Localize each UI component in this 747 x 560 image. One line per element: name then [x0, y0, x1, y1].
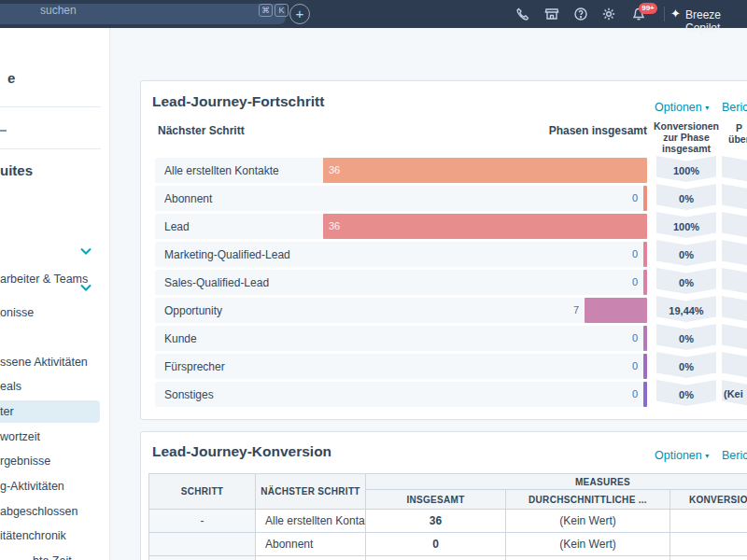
cell-naechster-schritt: Alle erstellten Kontak... — [256, 510, 366, 533]
conversion-percent: 0% — [679, 357, 694, 372]
funnel-stage-value: 0 — [632, 276, 638, 287]
conversion-badge: 0% — [656, 352, 716, 378]
funnel-row-opportunity: Opportunity7 — [155, 298, 647, 323]
conversion-options-button[interactable]: Optionen ▾ — [655, 449, 709, 462]
funnel-secondary-value-fragment: (Kei — [724, 388, 743, 399]
funnel-options-button[interactable]: Optionen ▾ — [655, 101, 709, 114]
sidebar-item-onisse[interactable]: onisse — [0, 306, 34, 319]
sidebar-item-it-tenchronik[interactable]: itätenchronik — [0, 529, 66, 542]
funnel-row-f-rsprecher: Fürsprecher0 — [155, 354, 647, 379]
funnel-row-abonnent: Abonnent0 — [155, 186, 647, 211]
funnel-stage-value: 36 — [329, 164, 340, 175]
sidebar-selected-highlight[interactable] — [0, 400, 100, 423]
funnel-stage-label: Opportunity — [164, 304, 222, 317]
sidebar-divider — [0, 148, 101, 149]
chevron-down-icon: ▾ — [705, 452, 709, 460]
conversion-percent: 0% — [679, 245, 694, 260]
funnel-card-title: Lead-Journey-Fortschritt — [152, 93, 324, 110]
conversion-percent: 0% — [679, 273, 694, 288]
collapsed-item-fragment — [0, 130, 7, 132]
table-row: -Alle erstellten Kontak...36(Kein Wert) — [149, 510, 747, 533]
sidebar-item-arbeiter-teams[interactable]: arbeiter & Teams — [0, 273, 88, 286]
funnel-stage-value: 0 — [632, 192, 638, 203]
funnel-bar[interactable] — [585, 298, 647, 323]
sidebar-item-eals[interactable]: eals — [0, 380, 21, 393]
sidebar-subheading-fragment: uites — [0, 162, 33, 178]
funnel-bar[interactable] — [643, 242, 647, 267]
cell-konversion — [670, 533, 747, 556]
conversion-percent: 19,44% — [669, 301, 703, 316]
conversion-percent: 0% — [679, 329, 694, 344]
funnel-stage-label: Sales-Qualified-Lead — [164, 276, 269, 289]
sidebar-item-ter[interactable]: ter — [0, 405, 14, 418]
table-row — [149, 556, 747, 560]
funnel-stage-label: Abonnent — [164, 192, 212, 205]
conversion-badge: 19,44% — [656, 296, 716, 322]
secondary-conversion-badge — [722, 324, 747, 350]
help-icon[interactable] — [573, 7, 588, 21]
funnel-stage-value: 36 — [329, 220, 340, 231]
col-header-konversion[interactable]: KONVERSION I — [670, 490, 747, 510]
funnel-bar[interactable] — [643, 270, 647, 295]
secondary-conversion-badge — [722, 212, 747, 238]
col-header-insgesamt[interactable]: INSGESAMT — [366, 490, 506, 510]
funnel-bar[interactable] — [643, 382, 647, 407]
phone-icon[interactable] — [515, 7, 530, 21]
funnel-row-sales-qualified-lead: Sales-Qualified-Lead0 — [155, 270, 647, 295]
funnel-row-sonstiges: Sonstiges0 — [155, 382, 647, 407]
funnel-stage-label: Alle erstellten Kontakte — [164, 164, 279, 177]
create-button[interactable]: + — [289, 4, 310, 24]
conversion-percent: 0% — [679, 189, 694, 204]
sidebar-item-hte-zeit[interactable]: hte Zeit — [33, 554, 72, 560]
funnel-stage-value: 0 — [632, 248, 638, 259]
conversion-badge: 0% — [656, 240, 716, 266]
funnel-col-next-step: Nächster Schritt — [158, 124, 245, 137]
cell-insgesamt-link — [366, 556, 506, 560]
conversion-report-link[interactable]: Berich — [722, 449, 747, 462]
funnel-bar[interactable] — [323, 158, 647, 183]
chevron-down-icon[interactable] — [80, 242, 92, 249]
conversion-badge: 0% — [656, 268, 716, 294]
funnel-stage-value: 0 — [632, 388, 638, 399]
cell-insgesamt-link[interactable]: 0 — [366, 533, 506, 556]
topbar-divider — [664, 7, 665, 21]
sidebar-item-rgebnisse[interactable]: rgebnisse — [0, 455, 50, 468]
funnel-stage-value: 0 — [632, 360, 638, 371]
funnel-report-link[interactable]: Berich — [722, 101, 747, 114]
funnel-col-total: Phasen insgesamt — [533, 124, 647, 137]
conversion-badge: 0% — [656, 184, 716, 210]
funnel-bar[interactable] — [323, 214, 647, 239]
sidebar-item-g-aktivit-ten[interactable]: g-Aktivitäten — [0, 480, 64, 493]
funnel-bar[interactable] — [643, 354, 647, 379]
col-header-schritt[interactable]: SCHRITT — [149, 474, 256, 510]
notification-count-badge[interactable]: 99+ — [639, 3, 657, 14]
conversion-percent: 100% — [673, 217, 699, 232]
funnel-stage-value: 0 — [632, 332, 638, 343]
conversion-table: SCHRITT NÄCHSTER SCHRITT MEASURES INSGES… — [148, 473, 747, 560]
conversion-badge: 0% — [656, 380, 716, 406]
funnel-col-last-fragment: über — [728, 133, 747, 145]
marketplace-icon[interactable] — [544, 7, 559, 21]
funnel-bar[interactable] — [643, 186, 647, 211]
cell-insgesamt-link[interactable]: 36 — [366, 510, 506, 533]
cell-naechster-schritt — [256, 556, 366, 560]
conversion-badge: 0% — [656, 324, 716, 350]
table-row: Abonnent0(Kein Wert) — [149, 533, 747, 556]
col-header-naechster-schritt[interactable]: NÄCHSTER SCHRITT — [256, 474, 366, 510]
sidebar-item-ssene-aktivit-ten[interactable]: ssene Aktivitäten — [0, 356, 88, 369]
settings-icon[interactable] — [601, 7, 616, 21]
chevron-down-icon[interactable] — [80, 278, 92, 286]
col-group-measures: MEASURES — [366, 474, 747, 490]
lead-journey-progress-card: Lead-Journey-Fortschritt Optionen ▾ Beri… — [140, 80, 747, 420]
sidebar-item-abgeschlossen[interactable]: abgeschlossen — [0, 505, 78, 518]
sidebar-item-wortzeit[interactable]: wortzeit — [0, 430, 40, 443]
secondary-conversion-badge — [722, 268, 747, 294]
k-key-badge: K — [275, 4, 289, 17]
funnel-bar[interactable] — [643, 326, 647, 351]
cell-konversion — [670, 556, 747, 560]
breeze-copilot-button[interactable]: Breeze Copilot — [685, 8, 747, 35]
cell-schritt: - — [149, 510, 256, 533]
col-header-durchschnittliche[interactable]: DURCHSCHNITTLICHE ... — [506, 490, 670, 510]
cell-schritt — [149, 533, 256, 556]
cell-durchschnittliche — [506, 556, 670, 560]
